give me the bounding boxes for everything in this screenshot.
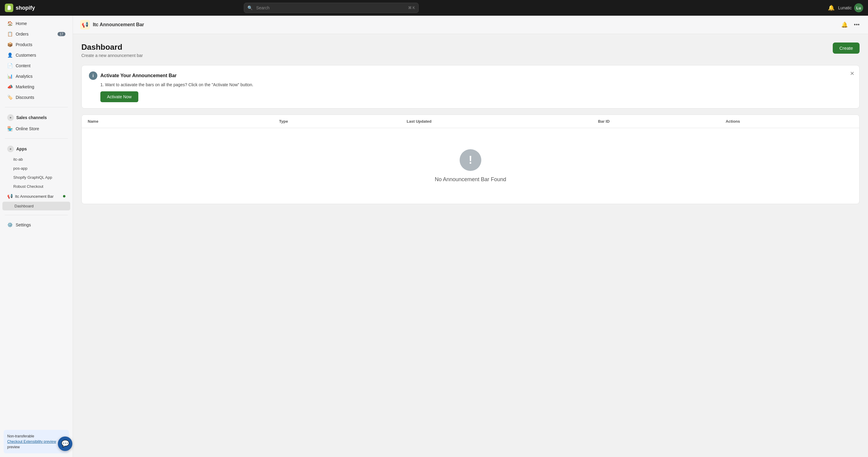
sidebar-app-robust-checkout[interactable]: Robust Checkout bbox=[2, 182, 70, 191]
col-header-actions: Actions bbox=[726, 119, 853, 124]
sidebar-item-content[interactable]: 📄 Content bbox=[2, 61, 70, 71]
sidebar-divider-3 bbox=[5, 215, 68, 215]
avatar: Lu bbox=[854, 3, 863, 12]
search-icon: 🔍 bbox=[247, 5, 253, 10]
online-store-icon: 🏪 bbox=[7, 126, 13, 131]
content-icon: 📄 bbox=[7, 63, 13, 68]
sidebar-item-online-store[interactable]: 🏪 Online Store bbox=[2, 124, 70, 134]
dashboard-title-block: Dashboard Create a new announcement bar bbox=[82, 42, 143, 58]
sidebar-item-label: Orders bbox=[16, 32, 29, 36]
col-header-type: Type bbox=[279, 119, 407, 124]
col-header-last-updated: Last Updated bbox=[407, 119, 598, 124]
user-menu[interactable]: Lunatic Lu bbox=[838, 3, 863, 12]
app-header-right: 🔔 ••• bbox=[840, 20, 861, 29]
main-content: 📢 Itc Announcement Bar 🔔 ••• Dashboard C… bbox=[73, 16, 868, 457]
apps-toggle-icon: + bbox=[7, 146, 14, 152]
sidebar-item-products[interactable]: 📦 Products bbox=[2, 39, 70, 50]
alert-close-button[interactable]: ✕ bbox=[850, 70, 855, 77]
sidebar-sub-item-dashboard[interactable]: Dashboard bbox=[2, 202, 70, 210]
dashboard-subtitle: Create a new announcement bar bbox=[82, 53, 143, 58]
sidebar-app-graphiql[interactable]: Shopify GraphiQL App bbox=[2, 173, 70, 182]
sidebar-item-label: Products bbox=[16, 42, 32, 47]
app-header: 📢 Itc Announcement Bar 🔔 ••• bbox=[73, 16, 868, 34]
sidebar-item-label: Online Store bbox=[16, 126, 39, 131]
empty-state-text: No Announcement Bar Found bbox=[435, 176, 506, 183]
sidebar: 🏠 Home 📋 Orders 17 📦 Products 👤 Customer… bbox=[0, 16, 73, 457]
apps-label: Apps bbox=[16, 147, 27, 151]
col-header-bar-id: Bar ID bbox=[598, 119, 725, 124]
sidebar-item-label: Home bbox=[16, 21, 27, 26]
sales-channels-label: Sales channels bbox=[16, 115, 47, 120]
checkout-extensibility-link[interactable]: Checkout Extensibility preview bbox=[7, 439, 56, 444]
app-header-left: 📢 Itc Announcement Bar bbox=[80, 20, 144, 30]
sidebar-item-analytics[interactable]: 📊 Analytics bbox=[2, 71, 70, 82]
pos-app-label: pos-app bbox=[13, 166, 27, 171]
itc-ab-label: itc-ab bbox=[13, 157, 23, 161]
orders-badge: 17 bbox=[58, 32, 65, 36]
orders-icon: 📋 bbox=[7, 31, 13, 37]
sidebar-item-home[interactable]: 🏠 Home bbox=[2, 19, 70, 29]
topnav-right: 🔔 Lunatic Lu bbox=[828, 3, 863, 12]
sidebar-sales-channels-section: + Sales channels 🏪 Online Store bbox=[0, 109, 73, 136]
alert-box-header: i Activate Your Announcement Bar bbox=[89, 71, 852, 80]
discounts-icon: 🏷️ bbox=[7, 95, 13, 100]
table-container: Name Type Last Updated Bar ID Actions ! … bbox=[82, 115, 860, 204]
user-name: Lunatic bbox=[838, 5, 852, 10]
app-header-icon: 📢 bbox=[80, 20, 90, 30]
table-header-row: Name Type Last Updated Bar ID Actions bbox=[82, 115, 859, 128]
customers-icon: 👤 bbox=[7, 53, 13, 58]
app-header-bell-button[interactable]: 🔔 bbox=[840, 20, 849, 29]
products-icon: 📦 bbox=[7, 42, 13, 47]
alert-title: Activate Your Announcement Bar bbox=[100, 73, 177, 79]
dashboard-header: Dashboard Create a new announcement bar … bbox=[82, 42, 860, 58]
dashboard-area: Dashboard Create a new announcement bar … bbox=[73, 34, 868, 213]
app-header-more-button[interactable]: ••• bbox=[852, 21, 861, 29]
sidebar-app-itc-ab[interactable]: itc-ab bbox=[2, 155, 70, 164]
col-header-name: Name bbox=[88, 119, 279, 124]
sidebar-item-label: Customers bbox=[16, 53, 36, 58]
search-input[interactable] bbox=[244, 3, 418, 13]
sidebar-item-label: Marketing bbox=[16, 84, 34, 89]
create-button[interactable]: Create bbox=[833, 42, 860, 54]
main-layout: 🏠 Home 📋 Orders 17 📦 Products 👤 Customer… bbox=[0, 16, 868, 457]
settings-icon: ⚙️ bbox=[7, 222, 13, 227]
non-transferable-preview-text: preview bbox=[7, 445, 20, 449]
chat-bubble-button[interactable]: 💬 bbox=[58, 436, 72, 451]
search-bar: 🔍 ⌘ K bbox=[244, 3, 418, 13]
robust-checkout-label: Robust Checkout bbox=[13, 184, 43, 189]
app-header-title: Itc Announcement Bar bbox=[93, 22, 144, 27]
apps-toggle[interactable]: + Apps bbox=[2, 143, 70, 155]
alert-info-icon: i bbox=[89, 71, 97, 80]
shopify-logo[interactable]: shopify bbox=[5, 4, 35, 12]
sidebar-item-itc-announcement-bar[interactable]: 📢 Itc Announcement Bar bbox=[2, 191, 70, 201]
graphiql-label: Shopify GraphiQL App bbox=[13, 175, 52, 180]
sidebar-apps-section: + Apps itc-ab pos-app Shopify GraphiQL A… bbox=[0, 141, 73, 213]
marketing-icon: 📣 bbox=[7, 84, 13, 90]
alert-box: i Activate Your Announcement Bar ✕ 1. Wa… bbox=[82, 65, 860, 109]
sidebar-item-marketing[interactable]: 📣 Marketing bbox=[2, 82, 70, 92]
itc-announcement-icon: 📢 bbox=[7, 193, 13, 199]
sidebar-main-section: 🏠 Home 📋 Orders 17 📦 Products 👤 Customer… bbox=[0, 16, 73, 105]
dashboard-sub-label: Dashboard bbox=[14, 204, 34, 208]
sidebar-item-label: Analytics bbox=[16, 74, 33, 79]
sidebar-settings-section: ⚙️ Settings bbox=[0, 217, 73, 233]
sidebar-item-label: Content bbox=[16, 63, 30, 68]
sidebar-item-label: Discounts bbox=[16, 95, 34, 100]
activate-now-button[interactable]: Activate Now bbox=[100, 91, 138, 102]
search-shortcut-label: ⌘ K bbox=[408, 6, 415, 10]
dashboard-title: Dashboard bbox=[82, 42, 143, 52]
sidebar-item-customers[interactable]: 👤 Customers bbox=[2, 50, 70, 60]
empty-state-icon: ! bbox=[460, 149, 481, 171]
new-badge-dot bbox=[63, 195, 65, 197]
top-navigation: shopify 🔍 ⌘ K 🔔 Lunatic Lu bbox=[0, 0, 868, 16]
sidebar-item-orders[interactable]: 📋 Orders 17 bbox=[2, 29, 70, 39]
itc-announcement-label: Itc Announcement Bar bbox=[15, 194, 54, 199]
analytics-icon: 📊 bbox=[7, 73, 13, 79]
sidebar-item-settings[interactable]: ⚙️ Settings bbox=[2, 220, 70, 230]
sidebar-app-pos[interactable]: pos-app bbox=[2, 164, 70, 173]
shopify-bag-icon bbox=[5, 4, 13, 12]
notifications-bell-icon[interactable]: 🔔 bbox=[828, 4, 835, 11]
sales-channels-toggle[interactable]: + Sales channels bbox=[2, 112, 70, 123]
sales-channels-toggle-icon: + bbox=[7, 114, 14, 121]
sidebar-item-discounts[interactable]: 🏷️ Discounts bbox=[2, 92, 70, 102]
